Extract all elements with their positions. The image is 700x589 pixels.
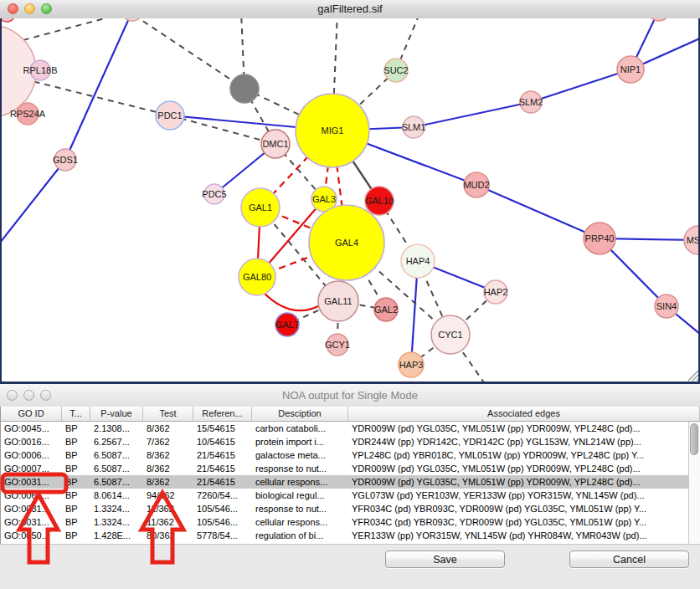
network-node-unlabeled[interactable] xyxy=(2,18,15,22)
table-cell: YDR244W (pp) YDR142C, YDR142C (pp) YGL15… xyxy=(348,435,689,448)
table-cell: BP xyxy=(62,529,90,542)
table-cell: 7/362 xyxy=(143,435,193,448)
save-button[interactable]: Save xyxy=(385,551,505,568)
noa-output-window: NOA output for Single Mode GO IDT...P-va… xyxy=(0,384,700,589)
network-node-label: HAP2 xyxy=(484,287,508,297)
network-node-label: MUD2 xyxy=(463,180,489,190)
network-edge-blue[interactable] xyxy=(476,185,600,238)
vertical-scrollbar[interactable] xyxy=(688,422,700,544)
network-titlebar[interactable]: galFiltered.sif xyxy=(0,0,700,19)
column-header-5[interactable]: Referen... xyxy=(193,407,252,421)
table-cell: BP xyxy=(62,435,90,448)
table-row[interactable]: GO:0006...BP6.5087...8/36221/54615galact… xyxy=(1,448,689,462)
column-header-6[interactable]: Desciption xyxy=(252,407,348,421)
network-node-label: MSL1 xyxy=(687,235,698,245)
table-cell: GO:0031... xyxy=(1,475,62,489)
table-cell: GO:0007... xyxy=(1,462,62,475)
table-cell: 11/362 xyxy=(143,515,193,529)
table-cell: 8/362 xyxy=(143,462,193,475)
network-node-label: GAL11 xyxy=(324,296,352,306)
table-cell: GO:0006... xyxy=(1,448,62,462)
table-row-selected[interactable]: GO:0031...BP6.5087...8/36221/54615cellul… xyxy=(1,475,689,489)
network-canvas[interactable]: RPL18BRPS24AGDS1PDC1DMC1MIG1SUC2SLM1SLM2… xyxy=(0,18,700,382)
table-header: GO IDT...P-valueTestReferen...Desciption… xyxy=(1,407,700,422)
table-cell: carbon cataboli... xyxy=(252,422,348,435)
table-cell: GO:0031... xyxy=(1,502,62,515)
network-node-label: PDC5 xyxy=(202,189,226,199)
table-cell: 8/362 xyxy=(143,475,193,489)
table-cell: YDR009W (pd) YGL035C, YML051W (pp) YDR00… xyxy=(348,475,689,489)
table-cell: YDR009W (pd) YGL035C, YML051W (pp) YDR00… xyxy=(348,462,689,475)
network-window: galFiltered.sif RPL18BRPS24AGDS1PDC1DMC1… xyxy=(0,0,700,384)
table-body: GO:0045...BP2.1308...8/36215/54615carbon… xyxy=(1,422,689,544)
network-node-label: SLM2 xyxy=(519,97,543,107)
network-node-label: GCY1 xyxy=(325,340,350,350)
table-cell: YER133W (pp) YOR315W, YNL145W (pd) YHR08… xyxy=(348,529,689,542)
network-edge-blue[interactable] xyxy=(65,18,130,160)
column-header-1[interactable]: GO ID xyxy=(1,407,62,421)
table-cell: GO:0050... xyxy=(1,529,62,542)
noa-titlebar[interactable]: NOA output for Single Mode xyxy=(0,384,700,407)
table-cell: 6.5087... xyxy=(90,448,143,462)
table-cell: BP xyxy=(62,422,90,435)
network-node-unlabeled[interactable] xyxy=(648,18,670,21)
table-cell: YPL248C (pd) YBR018C, YML051W (pp) YDR00… xyxy=(348,448,689,462)
table-cell: 6.2567... xyxy=(90,435,143,448)
network-node-unlabeled[interactable] xyxy=(230,74,259,103)
table-cell: 8/362 xyxy=(143,422,193,435)
table-cell: YGL073W (pd) YER103W, YER133W (pp) YOR31… xyxy=(348,489,689,502)
table-cell: 11/362 xyxy=(143,502,193,515)
network-node-label: RPS24A xyxy=(10,109,46,119)
noa-window-title: NOA output for Single Mode xyxy=(0,389,700,402)
network-node-label: SIN4 xyxy=(656,301,677,311)
network-node-unlabeled[interactable] xyxy=(121,18,143,21)
network-edge-red[interactable] xyxy=(263,292,320,310)
table-row[interactable]: GO:0031...BP1.3324...11/362105/546...res… xyxy=(1,502,689,515)
table-row[interactable]: GO:0007...BP6.5087...8/36221/54615respon… xyxy=(1,462,689,475)
cancel-button[interactable]: Cancel xyxy=(569,551,689,568)
table-cell: 6.5087... xyxy=(90,462,143,475)
table-cell: 2.1308... xyxy=(90,422,143,435)
network-node-label: GAL7 xyxy=(275,320,299,330)
table-cell: 21/54615 xyxy=(193,448,252,462)
network-edge-blue[interactable] xyxy=(531,69,631,102)
table-row[interactable]: GO:0050...BP1.428E...80/3625778/54...reg… xyxy=(1,529,689,542)
column-header-4[interactable]: Test xyxy=(143,407,193,421)
table-cell: 105/546... xyxy=(193,515,252,529)
network-edge-blue[interactable] xyxy=(2,160,65,243)
table-cell: cellular respons... xyxy=(252,475,348,489)
table-cell: YFR034C (pd) YBR093C, YDR009W (pd) YGL03… xyxy=(348,502,689,515)
table-cell: 8.0614... xyxy=(90,489,143,502)
network-window-title: galFiltered.sif xyxy=(0,3,700,15)
table-cell: 6.5087... xyxy=(90,475,143,489)
network-node-label: DMC1 xyxy=(262,139,288,149)
table-cell: BP xyxy=(62,515,90,529)
table-row[interactable]: GO:0045...BP2.1308...8/36215/54615carbon… xyxy=(1,422,689,435)
resize-grip[interactable] xyxy=(697,379,698,381)
network-node-label: CYC1 xyxy=(438,330,462,340)
table-cell: 1.428E... xyxy=(90,529,143,542)
screen: galFiltered.sif RPL18BRPS24AGDS1PDC1DMC1… xyxy=(0,0,700,589)
network-node-label: GAL80 xyxy=(243,272,271,282)
table-cell: 1.3324... xyxy=(90,515,143,529)
column-header-3[interactable]: P-value xyxy=(90,407,143,421)
network-edge-blue[interactable] xyxy=(414,102,531,127)
table-cell: GO:0016... xyxy=(1,435,62,448)
table-cell: BP xyxy=(62,462,90,475)
network-edge-dash[interactable] xyxy=(134,18,244,89)
table-cell: 10/54615 xyxy=(193,435,252,448)
table-cell: regulation of bi... xyxy=(252,529,348,542)
scrollbar-thumb[interactable] xyxy=(690,423,698,455)
table-cell: 8/362 xyxy=(143,448,193,462)
network-node-label: SLM1 xyxy=(402,122,426,132)
table-row[interactable]: GO:0065...BP8.0614...94/3627260/54...bio… xyxy=(1,489,689,502)
table-row[interactable]: GO:0031...BP1.3324...11/362105/546...cel… xyxy=(1,515,689,529)
table-cell: 15/54615 xyxy=(193,422,252,435)
table-cell: BP xyxy=(62,475,90,489)
table-row[interactable]: GO:0016...BP6.2567...7/36210/54615protei… xyxy=(1,435,689,448)
network-node-label: GDS1 xyxy=(53,155,78,165)
network-node-label: PRP40 xyxy=(585,233,615,243)
column-header-2[interactable]: T... xyxy=(62,407,90,421)
table-cell: response to nut... xyxy=(252,462,348,475)
column-header-7[interactable]: Associated edges xyxy=(348,407,700,421)
